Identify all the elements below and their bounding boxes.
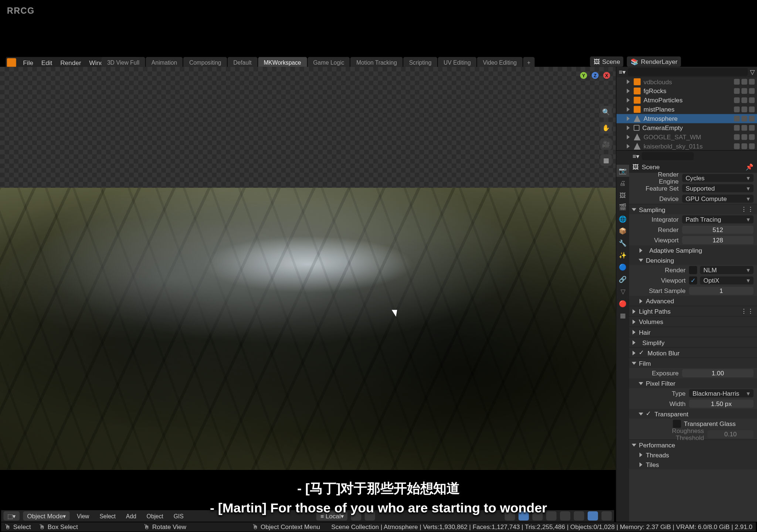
render-engine-dropdown[interactable]: Cycles▾ [682,174,753,182]
scene-dropdown[interactable]: 🖼 Scene [590,57,624,67]
gizmo-z-icon[interactable]: Z [592,72,599,79]
section-hair[interactable]: Hair [629,327,757,337]
start-sample-field[interactable]: 1 [689,287,754,295]
ptab-physics-icon[interactable]: 🔵 [617,262,629,274]
pan-icon[interactable]: ✋ [600,122,612,133]
vp-menu-gis[interactable]: GIS [170,512,187,520]
outliner-row-googlesat[interactable]: GOOGLE_SAT_WM [617,132,757,141]
section-simplify[interactable]: Simplify [629,337,757,347]
shading-wire-icon[interactable] [546,511,557,521]
vp-menu-object[interactable]: Object [143,512,167,520]
ptab-particles-icon[interactable]: ✨ [617,249,629,262]
3d-viewport[interactable] [0,67,616,470]
vp-menu-view[interactable]: View [74,512,93,520]
properties-type-icon[interactable]: ≡▾ [632,152,639,160]
section-threads[interactable]: Threads [629,450,757,459]
tab-add[interactable]: + [523,57,534,68]
outliner-row-atmosphere[interactable]: Atmosphere [617,114,757,123]
roughthresh-field[interactable]: 0.10 [707,430,754,438]
pf-type-dropdown[interactable]: Blackman-Harris▾ [689,389,754,398]
shading-rendered-icon[interactable] [588,511,598,521]
gizmo-y-icon[interactable]: Y [580,72,587,79]
nav-gizmo[interactable]: Z Y X [580,72,610,102]
outliner-row-atmoparticles[interactable]: AtmoParticles [617,96,757,105]
tab-gamelogic[interactable]: Game Logic [308,57,350,68]
section-film[interactable]: Film [629,358,757,368]
transglass-checkbox[interactable] [673,420,681,428]
tab-motiontracking[interactable]: Motion Tracking [350,57,403,68]
blender-logo-icon[interactable] [7,58,16,67]
section-adaptive[interactable]: Adaptive Sampling [629,245,757,255]
tab-compositing[interactable]: Compositing [183,57,227,68]
tab-default[interactable]: Default [228,57,258,68]
dn-render-checkbox[interactable] [689,266,697,274]
menu-file[interactable]: File [20,58,37,68]
outliner-row-mistplanes[interactable]: mistPlanes [617,105,757,114]
section-advanced[interactable]: Advanced [629,296,757,306]
dn-viewport-checkbox[interactable]: ✓ [689,276,697,284]
section-performance[interactable]: Performance [629,440,757,450]
section-lightpaths[interactable]: Light Paths⋮⋮ [629,306,757,316]
pause-render-icon[interactable] [601,511,612,521]
ptab-data-icon[interactable]: ▽ [617,286,629,298]
exposure-field[interactable]: 1.00 [682,369,753,377]
camera-icon[interactable]: 🎥 [600,138,612,150]
shading-matprev-icon[interactable] [574,511,584,521]
ptab-object-icon[interactable]: 📦 [617,225,629,237]
outliner-row-cameraempty[interactable]: CameraEmpty [617,123,757,133]
device-dropdown[interactable]: GPU Compute▾ [682,195,753,203]
ptab-world-icon[interactable]: 🌐 [617,213,629,225]
section-sampling[interactable]: Sampling⋮⋮ [629,204,757,214]
section-transparent[interactable]: ✓Transparent [629,409,757,419]
ptab-constraints-icon[interactable]: 🔗 [617,273,629,286]
simplify-label: Simplify [642,339,665,346]
section-motionblur[interactable]: ✓Motion Blur [629,348,757,357]
dn-render-dropdown[interactable]: NLM▾ [700,266,754,274]
ptab-material-icon[interactable]: 🔴 [617,298,629,310]
tab-scripting[interactable]: Scripting [403,57,437,68]
motionblur-checkbox[interactable]: ✓ [639,349,644,357]
section-tiles[interactable]: Tiles [629,460,757,469]
outliner-search[interactable] [628,68,748,76]
transparent-checkbox[interactable]: ✓ [646,410,651,417]
menu-edit[interactable]: Edit [38,58,55,68]
tab-animation[interactable]: Animation [146,57,183,68]
section-volumes[interactable]: Volumes [629,317,757,326]
zoom-icon[interactable]: 🔍 [600,106,612,117]
editor-type-dropdown[interactable]: ⬚▾ [3,511,20,521]
ptab-texture-icon[interactable]: ▦ [617,310,629,322]
mode-dropdown[interactable]: Object Mode ▾ [23,511,70,521]
vp-menu-select[interactable]: Select [96,512,119,520]
ptab-scene-icon[interactable]: 🎬 [617,201,629,213]
denoising-label: Denoising [646,256,674,263]
ptab-viewlayer-icon[interactable]: 🖼 [617,189,629,201]
tab-3dviewfull[interactable]: 3D View Full [101,57,145,68]
tab-uvediting[interactable]: UV Editing [438,57,476,68]
tab-videoediting[interactable]: Video Editing [477,57,523,68]
outliner-row-fgrocks[interactable]: fgRocks [617,86,757,96]
feature-set-dropdown[interactable]: Supported▾ [682,184,753,192]
ptab-output-icon[interactable]: 🖨 [617,177,629,189]
viewlayer-dropdown[interactable]: 📚 RenderLayer [627,57,681,67]
section-pixelfilter[interactable]: Pixel Filter [629,378,757,388]
outliner-row-vdbclouds[interactable]: vdbclouds [617,77,757,86]
dn-viewport-dropdown[interactable]: OptiX▾ [700,276,754,284]
menu-render[interactable]: Render [57,58,85,68]
ptab-modifiers-icon[interactable]: 🔧 [617,237,629,249]
outliner-filter-icon[interactable]: ▽ [750,68,754,76]
tab-mkworkspace[interactable]: MKWorkspace [258,57,307,68]
vp-menu-add[interactable]: Add [122,512,139,520]
pin-icon[interactable]: 📌 [746,163,754,171]
section-denoising[interactable]: Denoising [629,255,757,265]
pf-width-field[interactable]: 1.50 px [689,400,754,408]
properties-search[interactable] [642,152,694,160]
perspective-icon[interactable]: ▦ [600,154,612,166]
shading-solid-icon[interactable] [560,511,570,521]
integrator-dropdown[interactable]: Path Tracing▾ [682,215,753,224]
ptab-render-icon[interactable]: 📷 [617,165,629,177]
outliner-row-kaiserbold[interactable]: kaiserbold_sky_011s [617,141,757,150]
render-samples-field[interactable]: 512 [682,226,753,234]
viewport-samples-field[interactable]: 128 [682,236,753,244]
outliner-type-icon[interactable]: ≡▾ [619,68,626,76]
gizmo-x-icon[interactable]: X [603,72,610,79]
